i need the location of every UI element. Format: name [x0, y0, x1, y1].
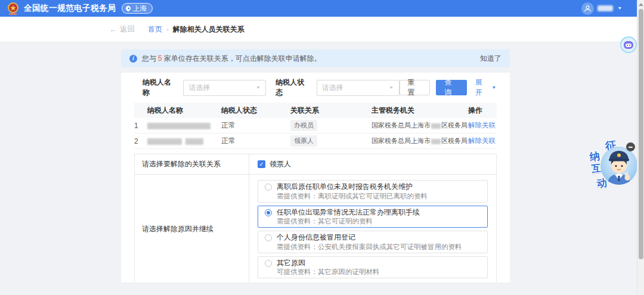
reason-option-2-selected[interactable]: 任职单位出现异常情况无法正常办理离职手续 需提供资料：其它可证明的资料	[258, 206, 488, 228]
assistant-button[interactable]	[620, 36, 637, 53]
breadcrumb: 首页 › 解除相关人员关联关系	[148, 24, 244, 35]
select-chevron-icon: ▼	[255, 85, 261, 90]
location-label: 上海	[133, 4, 147, 13]
location-selector[interactable]: 上海	[122, 3, 153, 14]
back-button[interactable]: ← 返回	[109, 24, 135, 35]
banner-dismiss-button[interactable]: 知道了	[480, 54, 501, 64]
district-redacted	[431, 139, 441, 144]
breadcrumb-home-link[interactable]: 首页	[148, 24, 162, 35]
national-emblem-icon	[7, 2, 19, 14]
interaction-widget[interactable]: 征 纳 互 动	[587, 137, 642, 199]
taxpayer-name-redacted	[147, 137, 221, 145]
detail-panel: 请选择要解除的关联关系 ✓ 领票人 请选择解除原因并继续 离职后原任职单位未及时…	[134, 154, 497, 282]
results-table: 纳税人名称 纳税人状态 关联关系 主管税务机关 操作 1 正常 办税员 国家税务…	[134, 103, 497, 149]
row-index: 1	[134, 122, 147, 130]
taxpayer-name-label: 纳税人名称	[143, 77, 178, 98]
user-menu[interactable]: ▼	[581, 0, 623, 17]
radio-icon	[265, 260, 272, 267]
reason-select-label: 请选择解除原因并继续	[135, 175, 249, 282]
tax-officer-mascot-icon	[600, 147, 637, 185]
username-redacted	[597, 5, 613, 11]
relation-count: 5	[158, 54, 162, 63]
scrollbar	[637, 0, 644, 295]
radio-icon	[265, 234, 272, 241]
reset-button[interactable]: 重置	[400, 80, 431, 95]
taxpayer-status: 正常	[221, 120, 290, 131]
table-row: 2 正常 领票人 国家税务总局上海市区税务局 解除关联	[134, 133, 497, 149]
taxpayer-name-redacted	[147, 122, 221, 130]
content-card: 纳税人名称 请选择 ▼ 纳税人状态 请选择 ▼ 重置 查询 展开 ▼ 纳税人名称…	[121, 73, 510, 282]
tax-authority: 国家税务总局上海市区税务局	[371, 136, 468, 145]
user-avatar-icon	[581, 2, 594, 15]
app-title: 全国统一规范电子税务局	[24, 3, 116, 14]
taxpayer-name-select[interactable]: 请选择 ▼	[183, 80, 266, 96]
location-pin-icon	[125, 5, 131, 11]
scrollbar-up-arrow[interactable]	[639, 3, 643, 6]
tax-authority: 国家税务总局上海市区税务局	[371, 121, 468, 130]
filter-actions: 重置 查询 展开 ▼	[400, 77, 497, 98]
relation-checkbox-checked[interactable]: ✓	[258, 160, 265, 168]
breadcrumb-separator: ›	[166, 26, 169, 33]
col-action: 操作	[468, 105, 497, 116]
table-row: 1 正常 办税员 国家税务总局上海市区税务局 解除关联	[134, 118, 497, 133]
minimize-widget-button[interactable]	[626, 142, 635, 151]
search-button[interactable]: 查询	[436, 80, 467, 95]
row-index: 2	[134, 137, 147, 145]
taxpayer-status-select[interactable]: 请选择 ▼	[317, 80, 400, 96]
minus-icon	[628, 147, 633, 148]
relation-badge: 领票人	[290, 135, 317, 147]
relation-badge: 办税员	[290, 120, 317, 131]
col-taxpayer-name: 纳税人名称	[147, 105, 221, 116]
info-icon: i	[129, 55, 137, 63]
relation-checkbox-label: 领票人	[270, 159, 291, 169]
app-header: 全国统一规范电子税务局 上海 ▼	[0, 0, 637, 17]
breadcrumb-bar: ← 返回 首页 › 解除相关人员关联关系	[0, 17, 637, 42]
reason-option-4[interactable]: 其它原因 可提供资料：其它原因的证明材料	[258, 256, 488, 279]
widget-char: 纳	[589, 149, 600, 164]
info-banner: i 您与5家单位存在关联关系，可点击解除关联申请解除。 知道了	[121, 49, 510, 67]
reason-options: 离职后原任职单位未及时报告税务机关维护 需提供资料：离职证明或其它可证明已离职的…	[249, 175, 496, 282]
chevron-down-icon: ▼	[491, 85, 497, 90]
robot-face-icon	[624, 41, 633, 49]
reason-option-1[interactable]: 离职后原任职单位未及时报告税务机关维护 需提供资料：离职证明或其它可证明已离职的…	[258, 180, 488, 203]
select-chevron-icon: ▼	[389, 85, 394, 90]
relation-select-row: 请选择要解除的关联关系 ✓ 领票人	[135, 154, 496, 174]
chevron-down-icon: ▼	[617, 6, 623, 11]
col-authority: 主管税务机关	[371, 105, 468, 116]
expand-toggle[interactable]: 展开 ▼	[475, 77, 497, 98]
col-relation: 关联关系	[290, 105, 371, 116]
relation-select-label: 请选择要解除的关联关系	[135, 154, 249, 174]
radio-icon	[265, 184, 272, 191]
unlink-action-link[interactable]: 解除关联	[468, 137, 496, 144]
unlink-action-link[interactable]: 解除关联	[468, 122, 496, 129]
banner-message: 您与5家单位存在关联关系，可点击解除关联申请解除。	[142, 54, 321, 64]
taxpayer-status-label: 纳税人状态	[275, 77, 311, 98]
district-redacted	[431, 123, 441, 129]
scrollbar-thumb[interactable]	[639, 9, 643, 259]
col-taxpayer-status: 纳税人状态	[221, 105, 290, 116]
page: { "colors": { "header_blue": "#3d7eea", …	[0, 0, 644, 295]
radio-selected-icon	[265, 209, 272, 216]
reason-select-row: 请选择解除原因并继续 离职后原任职单位未及时报告税务机关维护 需提供资料：离职证…	[135, 174, 496, 282]
filter-bar: 纳税人名称 请选择 ▼ 纳税人状态 请选择 ▼ 重置 查询 展开 ▼	[134, 79, 497, 96]
reason-option-3[interactable]: 个人身份信息被冒用登记 需提供资料：公安机关接报案回执或其它可证明被冒用的资料	[258, 231, 488, 253]
breadcrumb-current: 解除相关人员关联关系	[173, 24, 244, 35]
table-header-row: 纳税人名称 纳税人状态 关联关系 主管税务机关 操作	[134, 103, 497, 118]
taxpayer-status: 正常	[221, 136, 290, 146]
back-arrow-icon: ←	[109, 25, 117, 34]
